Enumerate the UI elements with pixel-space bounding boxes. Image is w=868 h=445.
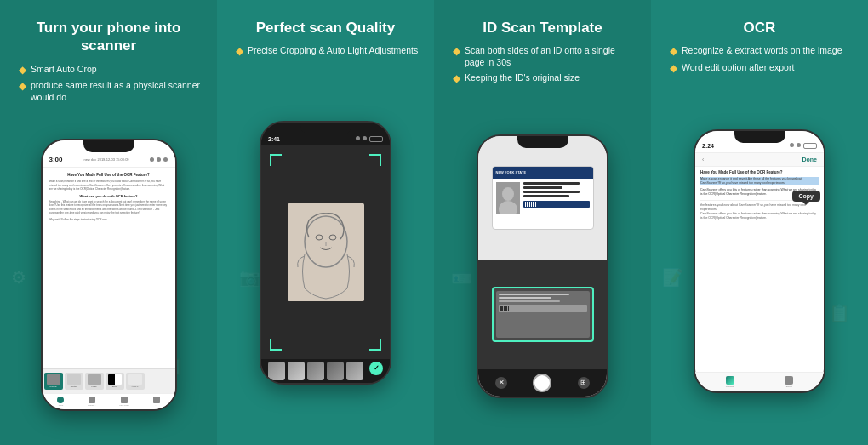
signal-icon <box>150 157 154 162</box>
id-scan-lower <box>478 260 607 369</box>
id-dob-line <box>523 186 563 189</box>
toolbar-more[interactable]: ... <box>153 397 160 407</box>
copy-bubble[interactable]: Copy <box>792 191 821 202</box>
phone-2: 2:41 <box>260 121 391 385</box>
phone-1-container: 3:00 new doc 2019-12-03 15:00:09 Have Yo… <box>15 117 202 433</box>
panel-ocr: 📝 🔤 📄 ⚙ 📋 OCR ◆ Recognize & extract word… <box>651 0 868 445</box>
id-name-line <box>523 182 580 185</box>
doc-heading-2: What can you do with OCR feature? <box>49 194 168 198</box>
id-card-body <box>493 179 593 218</box>
panel-scanner: ⚙ 📄 🔍 📷 📋 Turn your phone into scanner ◆… <box>0 0 217 445</box>
scan-thumb-1[interactable] <box>268 362 285 380</box>
scan-thumb-4[interactable] <box>327 362 344 380</box>
panel-3-title: ID Scan Template <box>483 19 602 37</box>
screen1-toolbar: Lens Recog... Fine Tune ... <box>43 393 175 409</box>
feature-item-3b: ◆ Keeping the ID's original size <box>453 72 636 86</box>
screen1-time: 3:00 <box>49 156 63 163</box>
toolbar-recog[interactable]: Recog... <box>88 397 95 407</box>
ocr-more-text: the features you know about CamScanner?I… <box>700 203 819 221</box>
filter-original[interactable]: Original <box>44 373 63 390</box>
bullet-icon: ◆ <box>453 72 460 86</box>
wifi-icon <box>797 143 801 147</box>
id-close-button[interactable]: ✕ <box>495 377 507 389</box>
back-arrow-icon[interactable]: ‹ <box>702 157 704 163</box>
feature-item-4b: ◆ Word edit option after export <box>670 62 842 76</box>
ocr-export-button[interactable]: Export <box>785 376 793 388</box>
doc-text-1: Make a scan,enhance it and see a few of … <box>49 180 168 191</box>
ocr-subbar: ‹ Done <box>695 153 824 167</box>
battery-icon <box>803 143 817 149</box>
corner-bl <box>270 339 282 351</box>
ocr-content: Have You Made Full Use of the OCR Featur… <box>695 167 824 372</box>
feature-item: ◆ Smart Auto Crop <box>19 64 202 77</box>
scan-check-button[interactable]: ✓ <box>369 362 383 375</box>
toolbar-lens[interactable]: Lens <box>57 397 64 407</box>
panel-2-features: ◆ Precise Cropping & Auto Light Adjustme… <box>232 45 418 62</box>
filter-lighter[interactable]: Lighter <box>65 373 83 390</box>
corner-tl <box>270 154 282 166</box>
id-gallery-button[interactable]: ⊞ <box>578 377 590 389</box>
corner-tr <box>369 154 381 166</box>
signal-icon <box>790 143 794 147</box>
id-address-line <box>523 191 580 193</box>
id-card-upper: NEW YORK STATE <box>478 136 607 260</box>
id-card-front: NEW YORK STATE <box>492 166 594 230</box>
filter-aw2[interactable]: A&W 2 <box>126 373 145 390</box>
bullet-icon: ◆ <box>236 45 243 59</box>
bullet-icon: ◆ <box>19 64 26 77</box>
phone-4: 2:24 ‹ Done Have You Made Full Use of th… <box>694 129 825 393</box>
filter-bw[interactable]: B&W <box>106 373 124 390</box>
ocr-time: 2:24 <box>702 143 714 149</box>
bullet-icon: ◆ <box>453 45 460 59</box>
id-photo <box>496 182 520 214</box>
id-scan-frame <box>492 287 594 342</box>
feature-item-3a: ◆ Scan both sides of an ID onto a single… <box>453 45 636 68</box>
panel-2-title: Perfect scan Quality <box>256 19 395 37</box>
toolbar-finetune[interactable]: Fine Tune <box>120 397 129 407</box>
phone-1: 3:00 new doc 2019-12-03 15:00:09 Have Yo… <box>41 139 177 411</box>
phone-3: NEW YORK STATE <box>477 134 608 398</box>
scan-thumb-5[interactable] <box>346 362 363 380</box>
filter-magic[interactable]: Magic <box>85 373 104 390</box>
panel-4-title: OCR <box>744 19 776 37</box>
ocr-heading: Have You Made Full Use of the OCR Featur… <box>700 170 819 174</box>
translate-icon <box>726 376 734 385</box>
scan-area <box>261 145 390 359</box>
phone-2-container: 2:41 <box>232 72 419 433</box>
id-city-line <box>523 195 570 197</box>
screen1-icons <box>150 157 168 162</box>
screen1-doc-title: new doc 2019-12-03 15:00:09 <box>83 157 128 162</box>
doc-heading: Have You Made Full Use of the OCR Featur… <box>49 173 168 177</box>
scan-corners <box>270 154 381 351</box>
id-photo-svg <box>496 182 520 214</box>
phone-1-screen: 3:00 new doc 2019-12-03 15:00:09 Have Yo… <box>43 140 175 409</box>
ocr-translate-button[interactable]: Translate <box>726 376 734 388</box>
bullet-icon: ◆ <box>19 80 26 94</box>
phone-4-notch <box>734 131 785 143</box>
done-button[interactable]: Done <box>802 157 818 163</box>
scan-time: 2:41 <box>268 136 280 142</box>
phone-2-notch <box>300 123 351 134</box>
scan-thumb-3[interactable] <box>307 362 324 380</box>
scan-thumbs: ✓ <box>261 359 390 383</box>
battery-icon <box>163 157 168 162</box>
id-scan-content <box>496 291 590 338</box>
panel-3-features: ◆ Scan both sides of an ID onto a single… <box>449 45 636 88</box>
panel-1-title: Turn your phone into scanner <box>15 19 202 55</box>
scan-thumb-2[interactable] <box>288 362 305 380</box>
feature-item: ◆ produce same result as a physical scan… <box>19 80 202 103</box>
feature-item-2: ◆ Precise Cropping & Auto Light Adjustme… <box>236 45 418 59</box>
translate-label: Translate <box>726 385 734 388</box>
export-label: Export <box>786 385 792 388</box>
id-bottom-bar: ✕ ⊞ <box>478 369 607 397</box>
ocr-highlighted-text: Make a scan,enhance it and save it.Are t… <box>700 177 819 186</box>
panel-id-scan: 🪪 📋 📷 🔍 ID Scan Template ◆ Scan both sid… <box>434 0 651 445</box>
export-icon <box>785 376 793 385</box>
id-capture-button[interactable] <box>533 374 551 392</box>
doc-text-2: Searching - What can we do if we want to… <box>49 200 168 215</box>
id-info <box>523 182 590 214</box>
id-barcode <box>523 201 590 208</box>
phone-4-screen: 2:24 ‹ Done Have You Made Full Use of th… <box>695 131 824 391</box>
feature-item-4a: ◆ Recognize & extract words on the image <box>670 45 842 59</box>
id-card-header: NEW YORK STATE <box>493 167 593 179</box>
